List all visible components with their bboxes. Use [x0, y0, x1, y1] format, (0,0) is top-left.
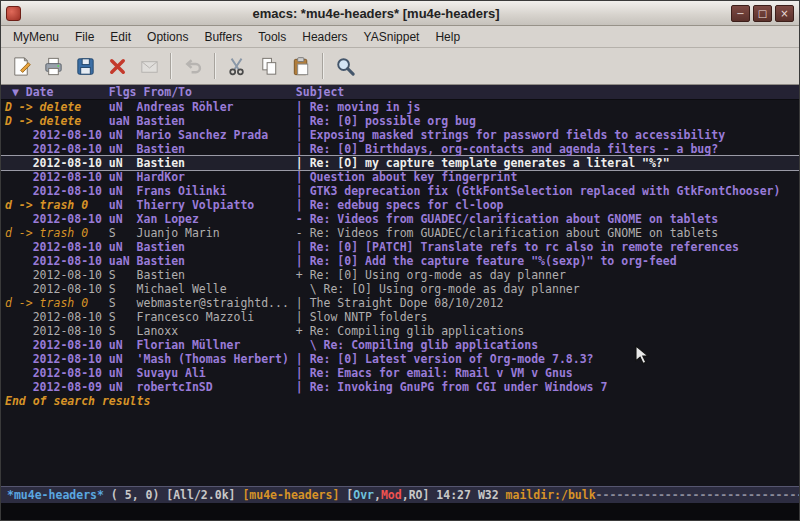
cut-button[interactable]: [221, 51, 253, 82]
mode-line: *mu4e-headers* ( 5, 0) [All/2.0k] [mu4e-…: [1, 486, 799, 503]
menu-edit[interactable]: Edit: [102, 28, 139, 46]
row-content: uaN Bastien | Re: [0] possible org bug: [102, 114, 476, 128]
message-row[interactable]: 2012-08-10 S Michael Welle \ Re: [O] Usi…: [1, 282, 799, 296]
row-content: uN Florian Müllner \ Re: Compiling glib …: [102, 338, 538, 352]
print-icon: [42, 55, 65, 78]
row-content: S webmaster@straightd... | The Straight …: [102, 296, 504, 310]
menu-mymenu[interactable]: MyMenu: [5, 28, 67, 46]
tool-bar: [1, 48, 799, 85]
row-date: 2012-08-10: [5, 254, 102, 268]
message-row[interactable]: 2012-08-10 uN Suvayu Ali | Re: Emacs for…: [1, 366, 799, 380]
close-button[interactable]: ×: [775, 5, 794, 22]
row-content: uN Bastien | Re: [0] Birthdays, org-cont…: [102, 142, 718, 156]
search-button[interactable]: [329, 51, 361, 82]
modeline-segment: maildir:/bulk: [506, 488, 596, 502]
message-row[interactable]: 2012-08-09 uN robertcInSD | Re: Invoking…: [1, 380, 799, 394]
row-date: 2012-08-10: [5, 352, 102, 366]
message-row[interactable]: d -> trash 0 S Juanjo Marin - Re: Videos…: [1, 226, 799, 240]
headers-list: D -> delete uN Andreas Röhler | Re: movi…: [1, 100, 799, 394]
toolbar-separator: [322, 53, 324, 79]
row-date: 2012-08-10: [5, 338, 102, 352]
message-row[interactable]: 2012-08-10 uN Frans Oilinki | GTK3 depre…: [1, 184, 799, 198]
message-row[interactable]: 2012-08-10 uN Bastien | Re: [0] Birthday…: [1, 142, 799, 156]
menu-yasnippet[interactable]: YASnippet: [356, 28, 428, 46]
paste-icon: [290, 55, 313, 78]
title-bar: emacs: *mu4e-headers* [mu4e-headers] − □…: [1, 1, 799, 26]
copy-button[interactable]: [253, 51, 285, 82]
echo-area[interactable]: [1, 503, 799, 520]
message-row[interactable]: d -> trash 0 uN Thierry Volpiatto | Re: …: [1, 198, 799, 212]
message-row[interactable]: 2012-08-10 uN Mario Sanchez Prada | Expo…: [1, 128, 799, 142]
row-date: 2012-08-10: [5, 240, 102, 254]
minimize-button[interactable]: −: [731, 5, 750, 22]
window-controls: − □ ×: [731, 5, 794, 22]
modeline-segment: Ovr: [353, 488, 374, 502]
menu-buffers[interactable]: Buffers: [196, 28, 250, 46]
row-date: 2012-08-10: [5, 184, 102, 198]
cut-icon: [226, 55, 249, 78]
menu-tools[interactable]: Tools: [250, 28, 294, 46]
toolbar-separator: [170, 53, 172, 79]
close-icon: [106, 55, 129, 78]
window-title: emacs: *mu4e-headers* [mu4e-headers]: [25, 6, 727, 21]
message-row[interactable]: D -> delete uN Andreas Röhler | Re: movi…: [1, 100, 799, 114]
maximize-button[interactable]: □: [753, 5, 772, 22]
menu-headers[interactable]: Headers: [294, 28, 355, 46]
modeline-segment: ( 5, 0) [All/2.0k]: [104, 488, 242, 502]
row-content: uN Xan Lopez - Re: Videos from GUADEC/cl…: [102, 212, 718, 226]
message-row[interactable]: D -> delete uaN Bastien | Re: [0] possib…: [1, 114, 799, 128]
menu-file[interactable]: File: [67, 28, 102, 46]
message-row[interactable]: 2012-08-10 uN Florian Müllner \ Re: Comp…: [1, 338, 799, 352]
undo-button[interactable]: [177, 51, 209, 82]
row-content: uN Mario Sanchez Prada | Exposing masked…: [102, 128, 725, 142]
message-row[interactable]: 2012-08-10 S Lanoxx + Re: Compiling glib…: [1, 324, 799, 338]
message-row[interactable]: 2012-08-10 uN 'Mash (Thomas Herbert) | R…: [1, 352, 799, 366]
row-content: uN Suvayu Ali | Re: Emacs for email: Rma…: [102, 366, 573, 380]
row-date: 2012-08-10: [5, 170, 102, 184]
modeline-segment: *mu4e-headers*: [7, 488, 104, 502]
new-file-icon: [10, 55, 33, 78]
menu-help[interactable]: Help: [427, 28, 468, 46]
row-content: S Juanjo Marin - Re: Videos from GUADEC/…: [102, 226, 718, 240]
row-content: S Lanoxx + Re: Compiling glib applicatio…: [102, 324, 524, 338]
row-date: 2012-08-10: [5, 128, 102, 142]
row-mark: d -> trash 0: [5, 296, 102, 310]
menu-options[interactable]: Options: [139, 28, 196, 46]
row-mark: D -> delete: [5, 114, 102, 128]
toolbar-separator: [214, 53, 216, 79]
save-button[interactable]: [69, 51, 101, 82]
row-mark: D -> delete: [5, 100, 102, 114]
new-file-button[interactable]: [5, 51, 37, 82]
row-content: uN Frans Oilinki | GTK3 deprecation fix …: [102, 184, 781, 198]
modeline-segment: [: [339, 488, 353, 502]
row-content: uN 'Mash (Thomas Herbert) | Re: [0] Late…: [102, 352, 594, 366]
buffer-area: ▼ Date Flgs From/To Subject D -> delete …: [1, 85, 799, 486]
print-button[interactable]: [37, 51, 69, 82]
paste-button[interactable]: [285, 51, 317, 82]
modeline-segment: ,RO]: [402, 488, 430, 502]
mail-button[interactable]: [133, 51, 165, 82]
mouse-cursor: [635, 345, 650, 366]
emacs-icon: [6, 6, 21, 21]
row-content: uN Thierry Volpiatto | Re: edebug specs …: [102, 198, 504, 212]
message-row[interactable]: 2012-08-10 S Bastien + Re: [0] Using org…: [1, 268, 799, 282]
menu-bar: MyMenuFileEditOptionsBuffersToolsHeaders…: [1, 26, 799, 48]
message-row[interactable]: 2012-08-10 uN HardKor | Question about k…: [1, 170, 799, 184]
message-row[interactable]: 2012-08-10 uN Bastien | Re: [0] [PATCH] …: [1, 240, 799, 254]
close-buffer-button[interactable]: [101, 51, 133, 82]
message-row[interactable]: 2012-08-10 S Francesco Mazzoli | Slow NN…: [1, 310, 799, 324]
end-of-results: End of search results: [1, 394, 799, 408]
message-row[interactable]: 2012-08-10 uaN Bastien | Re: [0] Add the…: [1, 254, 799, 268]
row-content: uN Andreas Röhler | Re: moving in js: [102, 100, 421, 114]
row-date: 2012-08-10: [5, 324, 102, 338]
message-row[interactable]: 2012-08-10 uN Xan Lopez - Re: Videos fro…: [1, 212, 799, 226]
headers-column-header[interactable]: ▼ Date Flgs From/To Subject: [1, 85, 799, 100]
modeline-segment: Mod: [381, 488, 402, 502]
row-date: 2012-08-10: [5, 156, 102, 170]
row-content: S Bastien + Re: [0] Using org-mode as da…: [102, 268, 566, 282]
row-date: 2012-08-10: [5, 310, 102, 324]
row-date: 2012-08-10: [5, 282, 102, 296]
mail-icon: [138, 55, 161, 78]
message-row[interactable]: 2012-08-10 uN Bastien | Re: [O] my captu…: [1, 156, 799, 170]
message-row[interactable]: d -> trash 0 S webmaster@straightd... | …: [1, 296, 799, 310]
